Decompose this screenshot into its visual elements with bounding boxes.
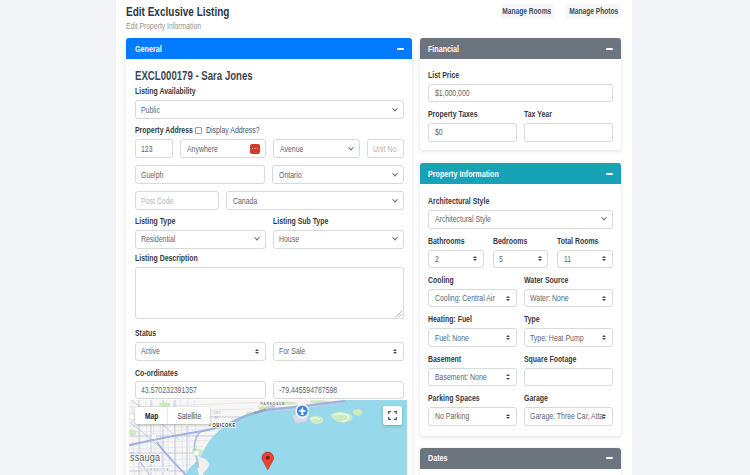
chevron-down-icon [601,215,607,221]
architectural-style-label: Architectural Style [428,197,570,207]
svg-text:OBICOKE: OBICOKE [212,423,235,429]
rooms-row: 2 5 11 [428,250,613,269]
basement-row: Basement: None [428,368,613,387]
collapse-icon[interactable] [606,173,613,175]
chevron-down-icon [349,144,355,150]
listing-description-label: Listing Description [135,254,342,264]
latitude-input[interactable]: 43.570232391357 [135,381,266,400]
manage-rooms-button[interactable]: Manage Rooms [501,4,554,19]
up-down-icon [506,414,510,419]
water-source-select[interactable]: Water: None [524,289,613,308]
chevron-down-icon [393,235,399,241]
street-name-input[interactable]: Anywhere [180,139,266,158]
post-code-input[interactable]: Post Code [135,191,220,210]
collapse-icon[interactable] [397,48,404,50]
manage-photos-button[interactable]: Manage Photos [566,4,622,19]
map[interactable]: PARKDALE Gardiner Expy CITY ST OBICOKE s… [129,400,407,475]
bedrooms-select[interactable]: 5 [493,250,549,269]
bedrooms-label: Bedrooms [493,237,536,247]
street-number-input[interactable]: 123 [135,139,174,158]
taxes-row: $0 [428,123,613,142]
heating-fuel-select[interactable]: Fuel: None [428,328,517,347]
up-down-icon [602,335,606,340]
total-rooms-label: Total Rooms [557,237,600,247]
satellite-view-button[interactable]: Satellite [168,407,211,424]
province-select[interactable]: Ontario [272,165,404,184]
general-card-title: General [135,44,162,54]
property-information-card-title: Property Information [428,169,499,179]
parking-spaces-label: Parking Spaces [428,394,496,404]
display-address-label: Display Address? [206,126,260,136]
list-price-input[interactable]: $1,000,000 [428,84,613,103]
type-label: Type [524,315,592,325]
financial-card-body: List Price $1,000,000 Property Taxes Tax… [420,59,622,149]
listing-type-select[interactable]: Residential [135,230,266,249]
listing-title: EXCL000179 - Sara Jones [135,69,342,83]
general-card-header[interactable]: General [126,38,412,59]
up-down-icon [538,256,542,261]
heating-fuel-label: Heating: Fuel [428,315,496,325]
chevron-down-icon [393,196,399,202]
cooling-select[interactable]: Cooling: Central Air [428,289,517,308]
collapse-icon[interactable] [606,457,613,459]
heating-row: Fuel: None Type: Heat Pump [428,328,613,347]
longitude-input[interactable]: -79.445594787598 [273,381,404,400]
street-type-select[interactable]: Avenue [273,139,360,158]
listing-sub-type-label: Listing Sub Type [273,217,374,227]
country-select[interactable]: Canada [226,191,404,210]
type-select[interactable]: Type: Heat Pump [524,328,613,347]
display-address-checkbox[interactable] [195,127,203,135]
listing-availability-select[interactable]: Public [135,100,404,119]
status-row: Active For Sale [135,342,404,361]
dates-card: Dates [420,448,622,475]
up-down-icon [255,349,259,354]
basement-label: Basement [428,355,496,365]
dates-card-header[interactable]: Dates [420,448,622,469]
city-input[interactable]: Guelph [135,165,266,184]
parking-spaces-select[interactable]: No Parking [428,407,517,426]
listing-availability-label: Listing Availability [135,87,342,97]
square-footage-input[interactable] [524,368,613,387]
password-manager-icon[interactable] [250,144,260,154]
up-down-icon [602,256,606,261]
collapse-icon[interactable] [606,48,613,50]
total-rooms-select[interactable]: 11 [557,250,613,269]
property-information-card: Property Information Architectural Style… [420,163,622,435]
status-label: Status [135,329,342,339]
address-row-1: 123 Anywhere Avenue Unit No. [135,139,404,158]
garage-select[interactable]: Garage: Three Car, Atta [524,407,613,426]
content-area: Edit Exclusive Listing Edit Property Inf… [116,0,632,475]
listing-description-textarea[interactable] [135,267,404,319]
fullscreen-button[interactable] [383,406,402,425]
address-row-2: Guelph Ontario [135,165,404,184]
property-information-card-body: Architectural Style Architectural Style … [420,184,622,435]
bathrooms-select[interactable]: 2 [428,250,484,269]
sale-status-select[interactable]: For Sale [273,342,404,361]
up-down-icon [473,256,477,261]
cooling-label: Cooling [428,276,496,286]
tax-year-input[interactable] [524,123,613,142]
up-down-icon [506,335,510,340]
property-taxes-label: Property Taxes [428,110,496,120]
unit-no-input[interactable]: Unit No. [367,139,404,158]
property-taxes-input[interactable]: $0 [428,123,517,142]
architectural-style-select[interactable]: Architectural Style [428,210,613,229]
map-view-button[interactable]: Map [135,407,168,424]
financial-card-header[interactable]: Financial [420,38,622,59]
fullscreen-icon [388,411,397,420]
list-price-label: List Price [428,71,570,81]
svg-text:COOKSVILLE: COOKSVILLE [140,468,169,472]
status-select[interactable]: Active [135,342,266,361]
dates-card-title: Dates [428,453,448,463]
listing-sub-type-select[interactable]: House [273,230,404,249]
map-type-control: Map Satellite [135,407,210,424]
basement-select[interactable]: Basement: None [428,368,517,387]
page: { "page": { "title": "Edit Exclusive Lis… [0,0,750,475]
garage-label: Garage [524,394,592,404]
listing-type-row: Residential House [135,230,404,249]
page-actions: Manage Rooms Manage Photos [501,4,622,19]
svg-text:ssauga: ssauga [130,451,160,463]
property-address-label: Property AddressDisplay Address? [135,126,404,136]
up-down-icon [506,296,510,301]
property-information-card-header[interactable]: Property Information [420,163,622,184]
